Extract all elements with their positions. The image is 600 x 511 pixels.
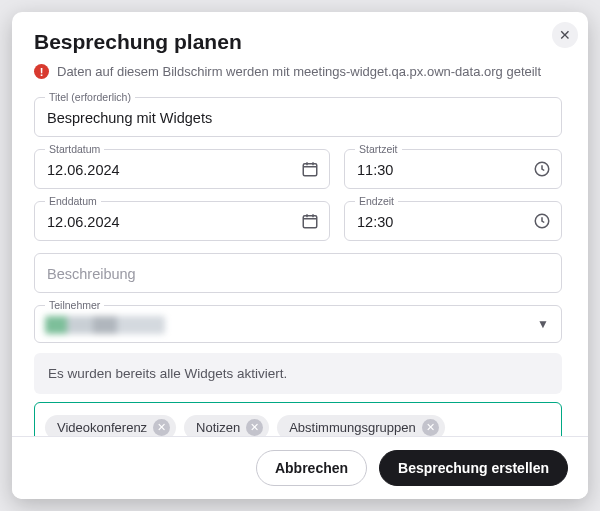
- button-label: Besprechung erstellen: [398, 460, 549, 476]
- field-label: Titel (erforderlich): [45, 91, 135, 103]
- description-input[interactable]: [35, 254, 561, 292]
- field-label: Enddatum: [45, 195, 101, 207]
- modal-title: Besprechung planen: [34, 30, 566, 54]
- widgets-info-banner: Es wurden bereits alle Widgets aktiviert…: [34, 353, 562, 394]
- warning-icon: !: [34, 64, 49, 79]
- clear-all-icon[interactable]: ✕: [517, 435, 530, 436]
- chip-label: Notizen: [196, 420, 240, 435]
- participants-field[interactable]: Teilnehmer ▼: [34, 305, 562, 343]
- widget-chip: Notizen ✕: [184, 415, 269, 436]
- schedule-meeting-modal: ✕ Besprechung planen ! Daten auf diesem …: [12, 12, 588, 499]
- description-field: [34, 253, 562, 293]
- chevron-down-icon: ▼: [537, 317, 549, 331]
- field-label: Endzeit: [355, 195, 398, 207]
- chip-remove-icon[interactable]: ✕: [246, 419, 263, 436]
- chip-remove-icon[interactable]: ✕: [422, 419, 439, 436]
- modal-header: Besprechung planen ! Daten auf diesem Bi…: [12, 12, 588, 85]
- field-label: Startdatum: [45, 143, 104, 155]
- modal-footer: Abbrechen Besprechung erstellen: [12, 436, 588, 499]
- chip-label: Videokonferenz: [57, 420, 147, 435]
- start-date-field: Startdatum: [34, 149, 330, 189]
- widget-chip: Abstimmungsgruppen ✕: [277, 415, 444, 436]
- warning-text: Daten auf diesem Bildschirm werden mit m…: [57, 64, 541, 79]
- widgets-field[interactable]: Videokonferenz ✕ Notizen ✕ Abstimmungsgr…: [34, 402, 562, 436]
- banner-text: Es wurden bereits alle Widgets aktiviert…: [48, 366, 287, 381]
- create-meeting-button[interactable]: Besprechung erstellen: [379, 450, 568, 486]
- participant-redacted: [45, 316, 165, 334]
- chip-remove-icon[interactable]: ✕: [153, 419, 170, 436]
- close-icon: ✕: [559, 27, 571, 43]
- start-date-input[interactable]: [35, 150, 329, 188]
- form-scroll[interactable]: Titel (erforderlich) Startdatum Startzei…: [34, 85, 580, 436]
- title-field: Titel (erforderlich): [34, 97, 562, 137]
- share-warning: ! Daten auf diesem Bildschirm werden mit…: [34, 64, 566, 79]
- chip-label: Abstimmungsgruppen: [289, 420, 415, 435]
- start-row: Startdatum Startzeit: [34, 137, 562, 189]
- cancel-button[interactable]: Abbrechen: [256, 450, 367, 486]
- end-date-input[interactable]: [35, 202, 329, 240]
- button-label: Abbrechen: [275, 460, 348, 476]
- end-time-field: Endzeit: [344, 201, 562, 241]
- modal-body: Titel (erforderlich) Startdatum Startzei…: [12, 85, 588, 436]
- widget-chip: Videokonferenz ✕: [45, 415, 176, 436]
- field-label: Teilnehmer: [45, 299, 104, 311]
- start-time-input[interactable]: [345, 150, 561, 188]
- title-input[interactable]: [35, 98, 561, 136]
- end-row: Enddatum Endzeit: [34, 189, 562, 241]
- widgets-actions: ✕ ▲: [517, 435, 551, 436]
- start-time-field: Startzeit: [344, 149, 562, 189]
- end-time-input[interactable]: [345, 202, 561, 240]
- field-label: Startzeit: [355, 143, 402, 155]
- end-date-field: Enddatum: [34, 201, 330, 241]
- close-button[interactable]: ✕: [552, 22, 578, 48]
